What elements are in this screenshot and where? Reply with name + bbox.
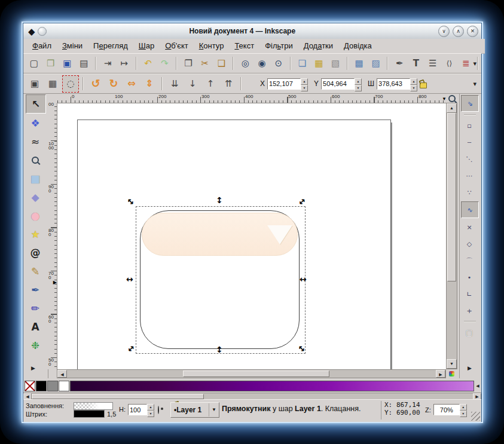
menu-item-layer[interactable]: Шар [133,39,160,53]
lower-to-bottom-button[interactable]: ⇊ [166,75,183,93]
tweak-tool-button[interactable]: ≈ [26,133,45,151]
deselect-button[interactable]: ◌ [62,75,79,93]
ungroup-button[interactable]: ▨ [368,55,384,72]
scroll-down-icon[interactable]: ▼ [447,359,457,369]
titlebar[interactable]: ◆ Новий документ 4 — Inkscape ∨ ∧ ✕ [23,23,481,39]
menu-item-extensions[interactable]: Додатки [298,39,338,53]
text-tool-button[interactable]: A [26,318,45,336]
xml-editor-button[interactable]: ⟨⟩ [442,55,457,72]
snap-rotation-centers-button[interactable]: + [461,303,478,319]
selection-handle-s[interactable]: ↕ [216,345,223,354]
palette-swatch-white[interactable] [59,381,69,391]
menu-item-view[interactable]: Перегляд [88,39,133,53]
fill-swatch[interactable] [74,402,113,410]
snap-path-intersections-button[interactable]: × [461,219,478,235]
close-button[interactable]: ✕ [467,26,478,37]
snap-bbox-button[interactable]: ▫ [461,118,478,133]
text-dialog-button[interactable]: T [408,55,424,72]
export-button[interactable]: ↦ [117,55,132,72]
menu-item-object[interactable]: Об'єкт [160,39,193,53]
print-button[interactable]: ▤ [76,55,91,72]
maximize-button[interactable]: ∧ [453,26,464,37]
spray-tool-button[interactable]: ❉ [26,336,45,354]
horizontal-scrollbar-thumb[interactable] [183,370,329,377]
opacity-spinner[interactable]: ▲▼ [147,404,154,415]
color-profile-widget[interactable] [446,369,457,378]
snap-bbox-corners-button[interactable]: ⋱ [461,151,478,167]
snap-page-border-button[interactable]: ▢ [461,324,478,340]
star-tool-button[interactable]: ★ [26,225,45,243]
layer-dropdown-icon[interactable]: ▼ [209,403,219,417]
open-document-button[interactable]: ❒ [43,55,59,72]
palette-swatch-black[interactable] [36,381,47,391]
toolbar-overflow-icon[interactable]: ▾ [473,80,476,88]
flip-horizontal-button[interactable]: ⇔ [123,75,140,93]
ellipse-tool-button[interactable]: ● [26,207,45,225]
zoom-spinner[interactable]: ▲▼ [460,404,467,415]
horizontal-scrollbar[interactable]: ◀ ▶ [57,369,446,378]
snap-object-centers-button[interactable]: ∟ [461,286,478,302]
rectangle-tool-button[interactable]: ■ [26,170,45,188]
palette-scrollbar-thumb[interactable] [32,394,204,399]
snap-toggle-button[interactable]: ⇘ [461,95,479,112]
opacity-input[interactable] [128,404,147,415]
fill-stroke-dialog-button[interactable]: ✒ [392,55,407,72]
scroll-right-icon[interactable]: ▶ [436,370,445,378]
y-input[interactable] [321,78,355,90]
snap-smooth-nodes-button[interactable]: ⌒ [461,253,478,268]
vertical-scrollbar[interactable]: ▲ ▼ [446,103,457,369]
layers-dialog-button[interactable]: ☰ [425,55,441,72]
rotate-ccw-button[interactable]: ↺ [87,75,104,93]
node-tool-button[interactable]: ❖ [26,114,45,132]
cut-button[interactable]: ✂ [197,55,213,72]
minimize-button[interactable]: ∨ [438,26,450,37]
new-document-button[interactable]: ▢ [26,55,42,72]
corner-widget[interactable] [446,94,457,103]
scroll-left-icon[interactable]: ◀ [57,370,67,378]
zoom-input[interactable] [433,404,460,415]
snap-bbox-edges-button[interactable]: ┄ [461,134,478,150]
toolbar-overflow-icon[interactable]: ▾ [473,60,476,68]
selected-rectangle[interactable] [140,210,300,349]
horizontal-ruler[interactable]: 0 100 200 300 400 500 600 700 800 ▼ [57,94,446,103]
menu-item-filters[interactable]: Фільтри [259,39,298,53]
copy-button[interactable]: ❐ [181,55,196,72]
import-button[interactable]: ⇥ [100,55,115,72]
snap-midpoints-button[interactable]: • [461,270,478,285]
menu-item-edit[interactable]: Зміни [57,39,88,53]
palette-swatch-gray[interactable] [47,381,58,391]
group-button[interactable]: ▩ [352,55,367,72]
layer-selector[interactable]: •Layer 1 ▼ [170,402,219,418]
window-resize-grip[interactable] [471,412,480,421]
pen-tool-button[interactable]: ✒ [26,281,45,299]
selection-handle-w[interactable]: ↔ [126,275,133,283]
palette-gradient-strip[interactable] [70,381,474,391]
zoom-tool-button[interactable] [26,151,45,169]
calligraphy-tool-button[interactable]: ✏ [26,299,45,317]
raise-to-top-button[interactable]: ⇈ [220,75,237,93]
palette-scroll-left-icon[interactable]: ◀ [474,384,481,388]
menu-item-text[interactable]: Текст [229,39,259,53]
zoom-selection-button[interactable]: ◎ [237,55,253,72]
spiral-tool-button[interactable]: @ [26,244,45,262]
duplicate-button[interactable]: ❏ [295,55,310,72]
snap-nodes-button[interactable]: ∿ [461,201,479,218]
menu-item-path[interactable]: Контур [194,39,230,53]
triangle-shape[interactable] [267,225,292,244]
vertical-ruler[interactable]: 1100 1000 900 800 700 600 500 ▶ [48,103,57,369]
selection-handle-e[interactable]: ↔ [300,275,307,283]
selection-handle-n[interactable]: ↕ [216,196,223,204]
y-spinner[interactable]: ▲▼ [355,78,362,90]
box3d-tool-button[interactable]: ◆ [26,188,45,206]
snapbar-expander-icon[interactable]: ▶ [468,365,472,371]
scroll-up-icon[interactable]: ▲ [447,103,457,113]
clone-button[interactable]: ▦ [311,55,326,72]
undo-button[interactable]: ↶ [140,55,156,72]
snap-bbox-centers-button[interactable]: ∵ [461,185,478,200]
lower-button[interactable]: ↓ [184,75,201,93]
width-spinner[interactable]: ▲▼ [410,78,417,90]
menu-item-help[interactable]: Довідка [338,39,377,53]
flip-vertical-button[interactable]: ⇕ [141,75,158,93]
lock-ratio-icon[interactable] [420,82,427,88]
rotate-cw-button[interactable]: ↻ [105,75,122,93]
